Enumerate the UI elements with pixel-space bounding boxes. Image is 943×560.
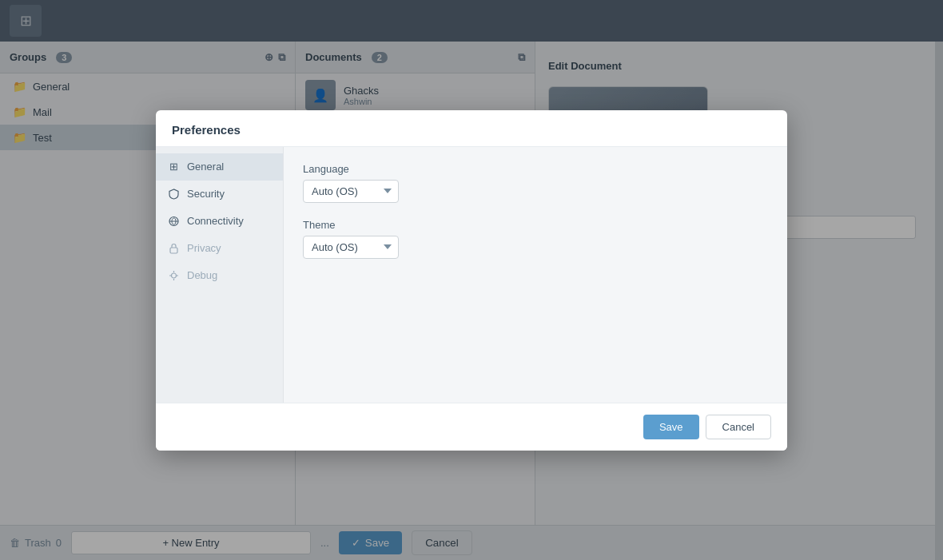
preferences-nav: ⊞ General Security	[156, 147, 284, 403]
privacy-nav-icon	[167, 242, 180, 255]
pref-nav-privacy[interactable]: Privacy	[156, 235, 283, 262]
svg-rect-1	[170, 248, 177, 253]
debug-nav-icon	[167, 269, 180, 282]
connectivity-nav-icon	[167, 215, 180, 228]
preferences-body: ⊞ General Security	[156, 147, 787, 403]
theme-label: Theme	[303, 219, 768, 231]
preferences-title: Preferences	[156, 110, 787, 147]
pref-nav-connectivity[interactable]: Connectivity	[156, 208, 283, 235]
preferences-content: Language Auto (OS) English German French…	[284, 147, 787, 403]
cancel-label: Cancel	[722, 421, 754, 433]
pref-nav-general-label: General	[187, 161, 224, 173]
preferences-save-button[interactable]: Save	[643, 415, 699, 439]
modal-overlay: Preferences ⊞ General Security	[0, 0, 943, 560]
preferences-footer: Save Cancel	[156, 403, 787, 451]
pref-nav-debug[interactable]: Debug	[156, 262, 283, 289]
save-label: Save	[659, 421, 683, 433]
preferences-cancel-button[interactable]: Cancel	[706, 415, 771, 439]
pref-nav-debug-label: Debug	[187, 269, 217, 281]
security-nav-icon	[167, 188, 180, 201]
theme-field: Theme Auto (OS) Light Dark	[303, 219, 768, 259]
pref-nav-general[interactable]: ⊞ General	[156, 153, 283, 181]
general-nav-icon: ⊞	[167, 161, 180, 173]
language-field: Language Auto (OS) English German French…	[303, 163, 768, 203]
language-select[interactable]: Auto (OS) English German French Spanish	[303, 180, 399, 203]
theme-select[interactable]: Auto (OS) Light Dark	[303, 236, 399, 259]
pref-nav-security-label: Security	[187, 188, 225, 200]
preferences-dialog: Preferences ⊞ General Security	[156, 110, 787, 451]
svg-point-2	[171, 273, 176, 278]
pref-nav-connectivity-label: Connectivity	[187, 215, 244, 227]
pref-nav-security[interactable]: Security	[156, 181, 283, 208]
pref-nav-privacy-label: Privacy	[187, 242, 221, 254]
language-label: Language	[303, 163, 768, 175]
